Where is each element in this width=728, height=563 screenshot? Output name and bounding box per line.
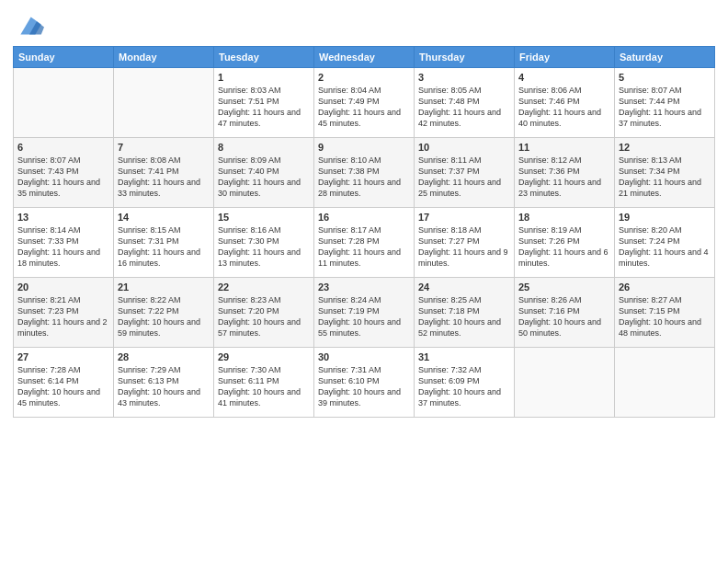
day-number: 24 [418, 282, 510, 293]
day-number: 21 [118, 282, 210, 293]
calendar-cell [515, 348, 615, 418]
day-number: 16 [318, 212, 410, 223]
day-info: Sunrise: 8:19 AM Sunset: 7:26 PM Dayligh… [518, 224, 610, 270]
day-info: Sunrise: 7:32 AM Sunset: 6:09 PM Dayligh… [418, 364, 510, 409]
day-number: 26 [619, 282, 711, 293]
calendar-header-row: SundayMondayTuesdayWednesdayThursdayFrid… [14, 47, 715, 68]
day-info: Sunrise: 8:23 AM Sunset: 7:20 PM Dayligh… [218, 294, 310, 339]
header-monday: Monday [114, 47, 214, 68]
calendar-cell [615, 348, 715, 418]
day-info: Sunrise: 7:29 AM Sunset: 6:13 PM Dayligh… [118, 364, 210, 409]
day-number: 27 [17, 351, 109, 362]
day-info: Sunrise: 8:21 AM Sunset: 7:23 PM Dayligh… [17, 294, 109, 339]
day-info: Sunrise: 7:31 AM Sunset: 6:10 PM Dayligh… [318, 364, 410, 409]
day-info: Sunrise: 8:14 AM Sunset: 7:33 PM Dayligh… [17, 224, 109, 270]
day-number: 10 [418, 142, 510, 153]
day-info: Sunrise: 8:07 AM Sunset: 7:44 PM Dayligh… [619, 85, 711, 130]
day-info: Sunrise: 8:16 AM Sunset: 7:30 PM Dayligh… [218, 224, 310, 270]
day-number: 29 [218, 351, 310, 362]
calendar-cell: 10Sunrise: 8:11 AM Sunset: 7:37 PM Dayli… [415, 138, 515, 208]
day-number: 7 [118, 142, 210, 153]
calendar-cell: 1Sunrise: 8:03 AM Sunset: 7:51 PM Daylig… [214, 68, 314, 138]
day-info: Sunrise: 8:18 AM Sunset: 7:27 PM Dayligh… [418, 224, 510, 270]
day-info: Sunrise: 8:22 AM Sunset: 7:22 PM Dayligh… [118, 294, 210, 339]
header-thursday: Thursday [415, 47, 515, 68]
day-info: Sunrise: 7:28 AM Sunset: 6:14 PM Dayligh… [17, 364, 109, 409]
day-info: Sunrise: 8:05 AM Sunset: 7:48 PM Dayligh… [418, 85, 510, 130]
calendar-cell: 20Sunrise: 8:21 AM Sunset: 7:23 PM Dayli… [14, 278, 114, 348]
calendar-cell [14, 68, 114, 138]
calendar-week-0: 1Sunrise: 8:03 AM Sunset: 7:51 PM Daylig… [14, 68, 715, 138]
day-number: 25 [518, 282, 610, 293]
calendar-cell: 29Sunrise: 7:30 AM Sunset: 6:11 PM Dayli… [214, 348, 314, 418]
day-info: Sunrise: 8:25 AM Sunset: 7:18 PM Dayligh… [418, 294, 510, 339]
calendar-cell: 15Sunrise: 8:16 AM Sunset: 7:30 PM Dayli… [214, 208, 314, 278]
day-number: 2 [318, 72, 410, 83]
logo-icon [15, 13, 44, 39]
day-info: Sunrise: 7:30 AM Sunset: 6:11 PM Dayligh… [218, 364, 310, 409]
header-tuesday: Tuesday [214, 47, 314, 68]
day-number: 4 [518, 72, 610, 83]
day-number: 30 [318, 351, 410, 362]
day-info: Sunrise: 8:06 AM Sunset: 7:46 PM Dayligh… [518, 85, 610, 130]
calendar-week-2: 13Sunrise: 8:14 AM Sunset: 7:33 PM Dayli… [14, 208, 715, 278]
calendar-cell: 19Sunrise: 8:20 AM Sunset: 7:24 PM Dayli… [615, 208, 715, 278]
calendar-cell: 8Sunrise: 8:09 AM Sunset: 7:40 PM Daylig… [214, 138, 314, 208]
main-container: SundayMondayTuesdayWednesdayThursdayFrid… [0, 0, 728, 427]
calendar-cell: 28Sunrise: 7:29 AM Sunset: 6:13 PM Dayli… [114, 348, 214, 418]
day-number: 17 [418, 212, 510, 223]
day-info: Sunrise: 8:08 AM Sunset: 7:41 PM Dayligh… [118, 155, 210, 200]
calendar-cell: 23Sunrise: 8:24 AM Sunset: 7:19 PM Dayli… [314, 278, 415, 348]
day-info: Sunrise: 8:20 AM Sunset: 7:24 PM Dayligh… [619, 224, 711, 270]
day-number: 1 [218, 72, 310, 83]
day-info: Sunrise: 8:04 AM Sunset: 7:49 PM Dayligh… [318, 85, 410, 130]
calendar-cell: 7Sunrise: 8:08 AM Sunset: 7:41 PM Daylig… [114, 138, 214, 208]
day-info: Sunrise: 8:13 AM Sunset: 7:34 PM Dayligh… [619, 155, 711, 200]
day-number: 8 [218, 142, 310, 153]
day-number: 19 [619, 212, 711, 223]
logo [13, 13, 44, 39]
header [13, 9, 715, 39]
calendar-cell: 24Sunrise: 8:25 AM Sunset: 7:18 PM Dayli… [415, 278, 515, 348]
header-saturday: Saturday [615, 47, 715, 68]
calendar-week-1: 6Sunrise: 8:07 AM Sunset: 7:43 PM Daylig… [14, 138, 715, 208]
day-number: 23 [318, 282, 410, 293]
day-number: 3 [418, 72, 510, 83]
day-number: 13 [17, 212, 109, 223]
calendar-cell: 17Sunrise: 8:18 AM Sunset: 7:27 PM Dayli… [415, 208, 515, 278]
calendar-cell: 30Sunrise: 7:31 AM Sunset: 6:10 PM Dayli… [314, 348, 415, 418]
day-number: 11 [518, 142, 610, 153]
header-friday: Friday [515, 47, 615, 68]
calendar-cell: 6Sunrise: 8:07 AM Sunset: 7:43 PM Daylig… [14, 138, 114, 208]
day-number: 18 [518, 212, 610, 223]
day-info: Sunrise: 8:26 AM Sunset: 7:16 PM Dayligh… [518, 294, 610, 339]
calendar-cell: 2Sunrise: 8:04 AM Sunset: 7:49 PM Daylig… [314, 68, 415, 138]
day-info: Sunrise: 8:12 AM Sunset: 7:36 PM Dayligh… [518, 155, 610, 200]
calendar-cell: 3Sunrise: 8:05 AM Sunset: 7:48 PM Daylig… [415, 68, 515, 138]
day-info: Sunrise: 8:03 AM Sunset: 7:51 PM Dayligh… [218, 85, 310, 130]
calendar-cell: 14Sunrise: 8:15 AM Sunset: 7:31 PM Dayli… [114, 208, 214, 278]
calendar-cell: 12Sunrise: 8:13 AM Sunset: 7:34 PM Dayli… [615, 138, 715, 208]
day-info: Sunrise: 8:24 AM Sunset: 7:19 PM Dayligh… [318, 294, 410, 339]
calendar-week-4: 27Sunrise: 7:28 AM Sunset: 6:14 PM Dayli… [14, 348, 715, 418]
calendar-cell: 22Sunrise: 8:23 AM Sunset: 7:20 PM Dayli… [214, 278, 314, 348]
day-number: 20 [17, 282, 109, 293]
day-number: 22 [218, 282, 310, 293]
day-info: Sunrise: 8:17 AM Sunset: 7:28 PM Dayligh… [318, 224, 410, 270]
calendar-table: SundayMondayTuesdayWednesdayThursdayFrid… [13, 46, 715, 418]
day-number: 28 [118, 351, 210, 362]
calendar-cell: 31Sunrise: 7:32 AM Sunset: 6:09 PM Dayli… [415, 348, 515, 418]
calendar-cell: 27Sunrise: 7:28 AM Sunset: 6:14 PM Dayli… [14, 348, 114, 418]
calendar-cell: 18Sunrise: 8:19 AM Sunset: 7:26 PM Dayli… [515, 208, 615, 278]
calendar-cell: 5Sunrise: 8:07 AM Sunset: 7:44 PM Daylig… [615, 68, 715, 138]
calendar-cell: 21Sunrise: 8:22 AM Sunset: 7:22 PM Dayli… [114, 278, 214, 348]
day-number: 12 [619, 142, 711, 153]
calendar-cell [114, 68, 214, 138]
calendar-week-3: 20Sunrise: 8:21 AM Sunset: 7:23 PM Dayli… [14, 278, 715, 348]
day-info: Sunrise: 8:07 AM Sunset: 7:43 PM Dayligh… [17, 155, 109, 200]
day-number: 5 [619, 72, 711, 83]
day-number: 9 [318, 142, 410, 153]
day-number: 31 [418, 351, 510, 362]
day-info: Sunrise: 8:10 AM Sunset: 7:38 PM Dayligh… [318, 155, 410, 200]
calendar-cell: 4Sunrise: 8:06 AM Sunset: 7:46 PM Daylig… [515, 68, 615, 138]
